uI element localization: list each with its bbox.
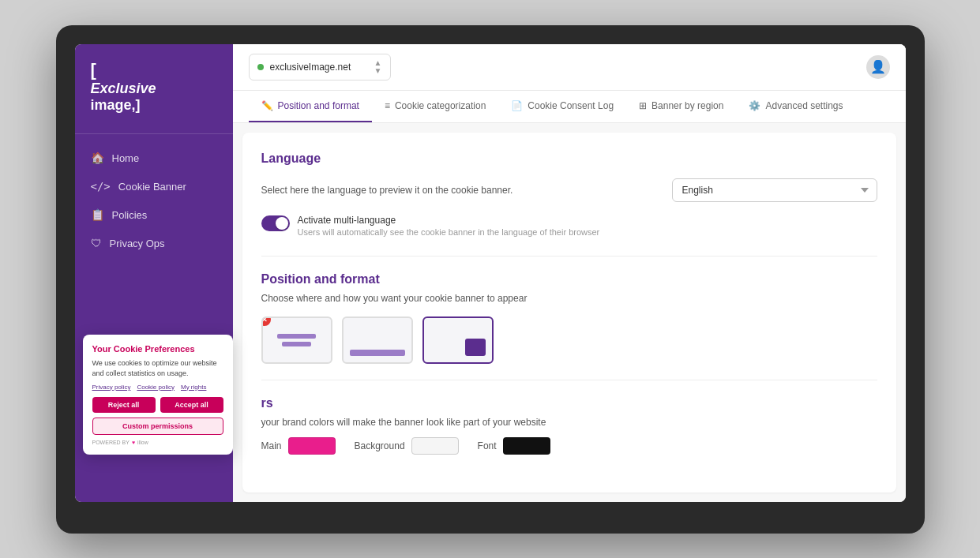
- tab-label: Advanced settings: [765, 100, 843, 111]
- shield-icon: 🛡: [91, 237, 102, 249]
- sidebar-item-label: Home: [112, 152, 140, 164]
- main-color-label: Main: [261, 440, 282, 451]
- domain-status-dot: [257, 64, 264, 70]
- multilanguage-toggle-row: Activate multi-language Users will autom…: [261, 215, 877, 237]
- sidebar-item-label: Policies: [112, 209, 148, 221]
- topbar: exclusiveImage.net ▲▼ 👤: [233, 44, 906, 91]
- reject-all-button[interactable]: Reject all: [92, 397, 156, 413]
- background-color-swatch[interactable]: [411, 437, 459, 455]
- sidebar-logo: [Exclusive image,]: [75, 60, 233, 135]
- domain-selector[interactable]: exclusiveImage.net ▲▼: [249, 54, 391, 81]
- sidebar-item-policies[interactable]: 📋 Policies: [75, 200, 233, 229]
- settings-icon: ⚙️: [749, 100, 760, 111]
- cookie-popup-links: Privacy policy Cookie policy My rights: [92, 384, 223, 391]
- clipboard-icon: 📋: [91, 208, 104, 221]
- user-avatar[interactable]: 👤: [866, 55, 890, 79]
- font-color-swatch[interactable]: [503, 437, 550, 455]
- tab-label: Banner by region: [651, 100, 723, 111]
- language-desc: Select here the language to preview it o…: [261, 185, 513, 196]
- format-opt2-visual: [344, 318, 411, 362]
- sidebar-item-home[interactable]: 🏠 Home: [75, 144, 233, 172]
- error-badge: ✕: [261, 316, 271, 326]
- sidebar-item-privacy-ops[interactable]: 🛡 Privacy Ops: [75, 229, 233, 257]
- domain-name: exclusiveImage.net: [270, 62, 351, 73]
- accept-all-button[interactable]: Accept all: [160, 397, 223, 413]
- background-color-item: Background: [355, 437, 459, 455]
- cookie-btn-row: Reject all Accept all: [92, 397, 223, 413]
- sidebar-item-label: Privacy Ops: [110, 238, 165, 249]
- color-row: Main Background Font: [261, 437, 877, 455]
- list-icon: ≡: [385, 100, 390, 111]
- font-color-label: Font: [478, 440, 497, 451]
- background-color-label: Background: [355, 440, 405, 451]
- tab-advanced-settings[interactable]: ⚙️ Advanced settings: [736, 91, 855, 122]
- language-section-title: Language: [261, 152, 877, 166]
- custom-permissions-button[interactable]: Custom permissions: [92, 418, 223, 435]
- tab-label: Position and format: [278, 100, 359, 111]
- powered-by-label: POWERED BY ♥ illow: [92, 440, 223, 445]
- sidebar-item-cookie-banner[interactable]: </> Cookie Banner: [75, 172, 233, 200]
- tab-consent-log[interactable]: 📄 Cookie Consent Log: [498, 91, 626, 122]
- tab-position-format[interactable]: ✏️ Position and format: [249, 91, 372, 122]
- sidebar-item-label: Cookie Banner: [118, 181, 186, 193]
- format-option-top-banner[interactable]: ✕: [261, 316, 332, 364]
- tab-label: Cookie categorization: [395, 100, 486, 111]
- language-row: Select here the language to preview it o…: [261, 178, 877, 202]
- section-divider: [261, 256, 877, 257]
- cookie-policy-link[interactable]: Cookie policy: [137, 384, 175, 391]
- domain-stepper-icon: ▲▼: [374, 59, 382, 75]
- main-color-item: Main: [261, 437, 336, 455]
- privacy-policy-link[interactable]: Privacy policy: [92, 384, 131, 391]
- position-section-title: Position and format: [261, 272, 877, 286]
- multilanguage-toggle[interactable]: [261, 215, 290, 231]
- main-color-swatch[interactable]: [288, 437, 336, 455]
- toggle-text: Activate multi-language Users will autom…: [298, 215, 600, 237]
- colors-desc: your brand colors will make the banner l…: [261, 417, 877, 428]
- format-option-bottom-banner[interactable]: [342, 316, 413, 364]
- my-rights-link[interactable]: My rights: [181, 384, 206, 391]
- home-icon: 🏠: [91, 152, 104, 164]
- language-select[interactable]: English French Spanish German Italian: [672, 178, 877, 202]
- edit-icon: ✏️: [261, 100, 273, 111]
- format-option-corner-widget[interactable]: [422, 316, 494, 364]
- sidebar: [Exclusive image,] 🏠 Home </> Cookie Ban…: [75, 44, 233, 502]
- colors-section-title: rs: [261, 396, 877, 410]
- tab-banner-region[interactable]: ⊞ Banner by region: [626, 91, 736, 122]
- position-section-desc: Choose where and how you want your cooki…: [261, 293, 877, 304]
- content-area: Language Select here the language to pre…: [242, 133, 896, 492]
- format-options: ✕: [261, 316, 877, 364]
- section-divider-2: [261, 380, 877, 380]
- grid-icon: ⊞: [639, 100, 647, 111]
- cookie-popup-title: Your Cookie Preferences: [92, 344, 223, 354]
- cookie-consent-popup: Your Cookie Preferences We use cookies t…: [83, 335, 233, 454]
- cookie-popup-text: We use cookies to optimize our website a…: [92, 358, 223, 378]
- code-icon: </>: [91, 180, 111, 193]
- toggle-label: Activate multi-language: [298, 215, 600, 226]
- format-opt1-visual: [272, 334, 320, 346]
- tab-cookie-categorization[interactable]: ≡ Cookie categorization: [372, 91, 498, 122]
- document-icon: 📄: [511, 100, 523, 111]
- toggle-desc: Users will automatically see the cookie …: [298, 227, 600, 237]
- main-content: exclusiveImage.net ▲▼ 👤 ✏️ Position and …: [233, 44, 906, 502]
- tabs-bar: ✏️ Position and format ≡ Cookie categori…: [233, 91, 906, 123]
- font-color-item: Font: [478, 437, 550, 455]
- tab-label: Cookie Consent Log: [528, 100, 614, 111]
- format-opt3-visual: [424, 318, 492, 362]
